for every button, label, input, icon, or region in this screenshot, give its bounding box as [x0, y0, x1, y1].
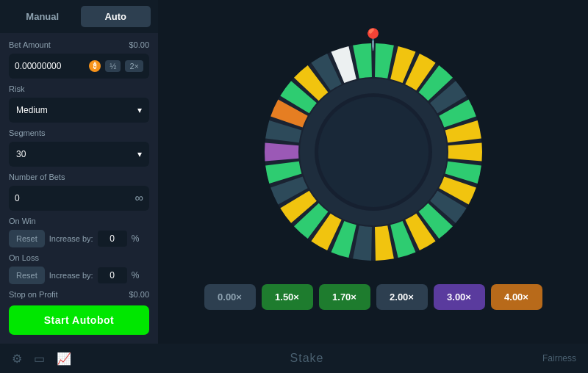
mult-button-0[interactable]: 0.00×	[204, 284, 256, 310]
footer-icons: ⚙ ▭ 📈	[12, 352, 71, 366]
settings-icon[interactable]: ⚙	[12, 352, 22, 366]
on-win-reset-button[interactable]: Reset	[9, 230, 45, 247]
on-win-row: Reset Increase by: %	[9, 230, 149, 247]
footer: ⚙ ▭ 📈 Stake Fairness	[0, 344, 588, 373]
on-loss-section: On Loss Reset Increase by: %	[9, 253, 149, 284]
bet-amount-label: Bet Amount $0.00	[9, 40, 149, 49]
start-autobot-button[interactable]: Start Autobot	[9, 305, 149, 335]
segments-chevron-icon: ▾	[137, 149, 142, 159]
num-bets-label: Number of Bets	[9, 173, 149, 181]
footer-fairness[interactable]: Fairness	[542, 353, 576, 363]
mult-button-5[interactable]: 4.00×	[491, 284, 542, 310]
risk-value: Medium	[16, 105, 48, 115]
mult-button-4[interactable]: 3.00×	[434, 284, 485, 310]
half-button[interactable]: ½	[105, 60, 121, 72]
tab-auto[interactable]: Auto	[81, 6, 151, 27]
wheel	[256, 35, 491, 269]
bet-amount-section: Bet Amount $0.00 ₿ ½ 2×	[9, 40, 149, 79]
risk-section: Risk Medium ▾	[9, 84, 149, 123]
tab-manual[interactable]: Manual	[7, 6, 78, 27]
on-win-label: On Win	[9, 217, 149, 225]
on-loss-row: Reset Increase by: %	[9, 267, 149, 284]
mult-button-3[interactable]: 2.00×	[376, 284, 428, 310]
risk-select[interactable]: Medium ▾	[9, 98, 149, 123]
segments-label: Segments	[9, 128, 149, 137]
mult-button-2[interactable]: 1.70×	[319, 284, 370, 310]
num-bets-input-row: ∞	[9, 186, 149, 211]
footer-logo: Stake	[290, 352, 324, 365]
segments-value: 30	[16, 149, 26, 159]
on-loss-increase-label: Increase by:	[49, 271, 93, 280]
infinity-icon: ∞	[135, 192, 143, 205]
panel-body: Bet Amount $0.00 ₿ ½ 2× Risk Medium ▾	[0, 33, 158, 300]
monitor-icon[interactable]: ▭	[34, 352, 45, 366]
left-panel: Manual Auto Bet Amount $0.00 ₿ ½ 2×	[0, 0, 158, 344]
num-bets-input[interactable]	[15, 193, 131, 203]
segments-section: Segments 30 ▾	[9, 128, 149, 167]
bet-amount-input-row: ₿ ½ 2×	[9, 54, 149, 79]
on-loss-percent-label: %	[132, 270, 140, 280]
wheel-container: 📍	[256, 35, 491, 269]
segments-select[interactable]: 30 ▾	[9, 142, 149, 167]
mult-button-1[interactable]: 1.50×	[262, 284, 313, 310]
chart-icon[interactable]: 📈	[57, 352, 71, 366]
double-button[interactable]: 2×	[125, 60, 143, 72]
tab-bar: Manual Auto	[0, 0, 158, 33]
multiplier-row: 0.00× 1.50× 1.70× 2.00× 3.00× 4.00×	[204, 284, 542, 310]
bitcoin-icon: ₿	[89, 60, 101, 72]
stop-profit-section: Stop on Profit $0.00 ₿	[9, 290, 149, 300]
stop-profit-label: Stop on Profit $0.00	[9, 290, 149, 299]
on-loss-increase-input[interactable]	[98, 267, 127, 283]
wheel-pointer-icon: 📍	[360, 27, 386, 51]
svg-point-3	[318, 97, 429, 207]
risk-label: Risk	[9, 84, 149, 93]
on-win-section: On Win Reset Increase by: %	[9, 217, 149, 247]
bet-amount-input[interactable]	[15, 61, 85, 71]
on-loss-reset-button[interactable]: Reset	[9, 267, 45, 284]
risk-chevron-icon: ▾	[137, 105, 142, 115]
num-bets-section: Number of Bets ∞	[9, 173, 149, 211]
on-win-percent-label: %	[132, 233, 140, 244]
on-loss-label: On Loss	[9, 253, 149, 262]
on-win-increase-input[interactable]	[98, 231, 127, 247]
on-win-increase-label: Increase by:	[49, 234, 93, 243]
right-panel: 📍 0.00× 1.50× 1.70× 2.00× 3.00× 4.00×	[158, 0, 588, 344]
